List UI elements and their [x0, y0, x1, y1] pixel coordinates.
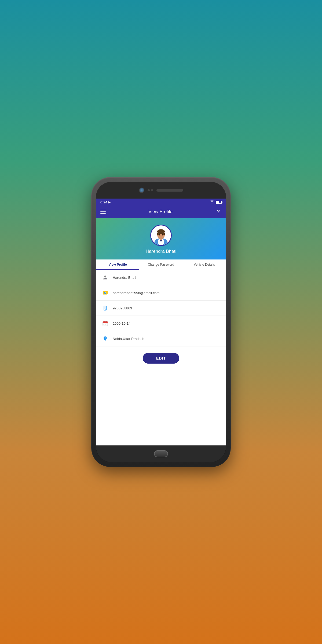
tab-view-profile[interactable]: View Profile: [96, 259, 139, 270]
profile-item-dob: 2000-10-14: [96, 316, 226, 331]
battery-fill: [216, 201, 219, 203]
edit-btn-container: EDIT: [96, 346, 226, 370]
phone-value: 9760968863: [113, 306, 132, 310]
app-header: View Profile ?: [96, 206, 226, 218]
svg-point-14: [105, 292, 106, 293]
svg-point-28: [105, 337, 106, 338]
person-icon: [101, 274, 109, 281]
camera: [139, 188, 144, 193]
svg-rect-26: [104, 325, 104, 325]
time-display: 6:24: [100, 200, 107, 204]
profile-item-phone: 9760968863: [96, 301, 226, 316]
svg-rect-16: [104, 306, 106, 309]
speaker-dot-2: [151, 189, 153, 191]
profile-name: Harendra Bhati: [146, 249, 176, 254]
wifi-icon: [210, 200, 214, 204]
tab-vehicle-details[interactable]: Vehicle Details: [183, 259, 226, 270]
svg-rect-20: [103, 322, 108, 323]
status-icons: [210, 200, 222, 204]
speaker-dots: [148, 189, 153, 191]
svg-rect-25: [106, 324, 107, 324]
help-icon[interactable]: ?: [215, 208, 222, 215]
svg-point-17: [105, 309, 106, 310]
speaker-dot-1: [148, 189, 150, 191]
header-title: View Profile: [148, 209, 172, 214]
bottom-bezel: [96, 445, 226, 462]
svg-point-8: [159, 234, 160, 235]
profile-item-email: harendrabhati998@gmail.com: [96, 285, 226, 301]
profile-content: Harendra Bhati harendrabhati998@gmail.co…: [96, 270, 226, 445]
phone-frame: 6:24 ▶: [91, 177, 231, 467]
name-value: Harendra Bhati: [113, 276, 136, 280]
top-bezel: [96, 182, 226, 199]
location-icon: [101, 335, 109, 342]
tabs-container: View Profile Change Password Vehicle Det…: [96, 259, 226, 270]
hamburger-line-2: [100, 211, 106, 212]
status-time: 6:24 ▶: [100, 200, 111, 204]
location-arrow-icon: ▶: [108, 201, 111, 204]
svg-rect-11: [105, 278, 105, 279]
profile-header: Harendra Bhati: [96, 218, 226, 259]
hamburger-line-1: [100, 210, 106, 210]
email-value: harendrabhati998@gmail.com: [113, 291, 159, 295]
screen: 6:24 ▶: [96, 199, 226, 445]
calendar-icon: [101, 320, 109, 327]
svg-rect-27: [105, 325, 106, 325]
avatar-container: [150, 225, 172, 246]
status-bar: 6:24 ▶: [96, 199, 226, 206]
battery-icon: [216, 201, 222, 204]
phone-inner: 6:24 ▶: [96, 182, 226, 462]
phone-icon: [101, 304, 109, 312]
avatar-svg: [152, 226, 170, 245]
svg-rect-7: [163, 233, 165, 236]
speaker-bar: [156, 189, 183, 192]
tab-change-password[interactable]: Change Password: [139, 259, 182, 270]
svg-rect-23: [104, 324, 104, 324]
dob-value: 2000-10-14: [113, 321, 131, 325]
svg-point-9: [162, 234, 163, 235]
location-value: Noida,Uttar Pradesh: [113, 337, 144, 341]
svg-rect-24: [105, 324, 106, 324]
hamburger-line-3: [100, 213, 106, 214]
hamburger-menu-icon[interactable]: [100, 210, 106, 214]
home-button[interactable]: [154, 450, 168, 457]
profile-item-name: Harendra Bhati: [96, 270, 226, 285]
email-icon: [101, 289, 109, 297]
svg-rect-6: [157, 233, 159, 236]
profile-item-location: Noida,Uttar Pradesh: [96, 331, 226, 346]
edit-button[interactable]: EDIT: [143, 353, 179, 364]
svg-point-10: [104, 276, 106, 277]
